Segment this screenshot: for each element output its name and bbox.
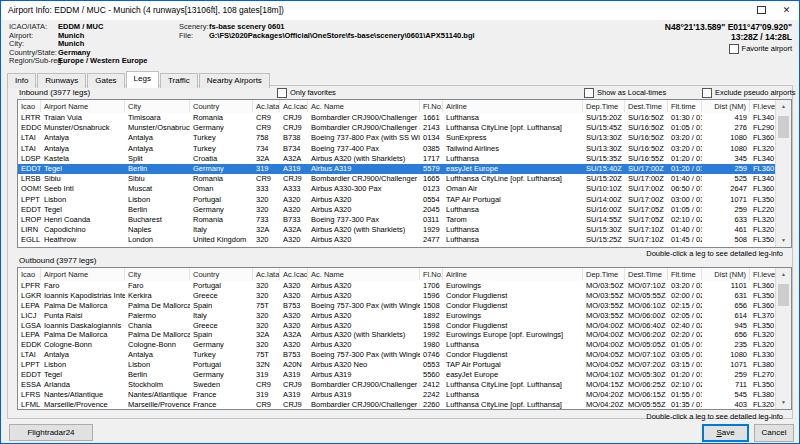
table-row[interactable]: EDDKCologne-BonnCologne-BonnGermany320A3…: [18, 340, 776, 350]
save-button[interactable]: Save: [702, 424, 749, 442]
scrollbar-thumb[interactable]: [778, 116, 789, 138]
table-row[interactable]: LICJPunta RaisiPalermoItaly320A320Airbus…: [18, 311, 776, 321]
table-row[interactable]: LTAIAntalyaAntalyaTurkey75TB753Boeing 75…: [18, 350, 776, 360]
column-header-dest-time[interactable]: Dest.Time: [625, 268, 668, 280]
column-header-fl-no-[interactable]: Fl.No.: [420, 100, 443, 112]
title-bar[interactable]: Airport Info: EDDM / MUC - Munich (4 run…: [1, 1, 799, 20]
inbound-scrollbar[interactable]: ▲ ▼: [775, 100, 791, 247]
table-row[interactable]: LRTRTraian VuiaTimisoaraRomaniaCR9CRJ9Bo…: [18, 113, 776, 123]
column-header-country[interactable]: Country: [190, 268, 253, 280]
table-row[interactable]: LDSPKastelaSplitCroatia32AA32AAirbus A32…: [18, 154, 776, 164]
cell: 1598: [420, 321, 443, 331]
outbound-hint: Double-click a leg to see detailed leg-i…: [646, 412, 783, 421]
column-header-dep-time[interactable]: Dep.Time: [583, 100, 625, 112]
table-row[interactable]: EDDGMunster/OsnabruckMunster/OsnabruckGe…: [18, 123, 776, 133]
column-header-ac-name[interactable]: Ac. Name: [308, 268, 420, 280]
column-header-ac-name[interactable]: Ac. Name: [308, 100, 420, 112]
cell: 01:20 / 01:08: [668, 164, 702, 174]
column-header-flt-time[interactable]: Flt.time: [668, 100, 702, 112]
column-header-fl-level[interactable]: Fl.level: [750, 100, 776, 112]
column-header-fl-no-[interactable]: Fl.No.: [420, 268, 443, 280]
scroll-up-icon[interactable]: ▲: [776, 268, 791, 281]
table-row[interactable]: LGSAIoannis DaskalogiannisChaniaGreece32…: [18, 321, 776, 331]
cell: Lisbon: [125, 195, 190, 205]
table-row[interactable]: EGLLHeathrowLondonUnited Kingdom320A320A…: [18, 235, 776, 245]
table-row[interactable]: LEPAPalma De MallorcaPalma De MallorcaSp…: [18, 301, 776, 311]
outbound-scrollbar[interactable]: ▲ ▼: [775, 268, 791, 409]
cell: EDDT: [18, 370, 41, 380]
table-row[interactable]: LPFRFaroFaroPortugal320A320Airbus A32017…: [18, 281, 776, 291]
close-button[interactable]: ✕: [774, 1, 799, 20]
cell: 1071: [702, 360, 750, 370]
cell: London: [125, 235, 190, 245]
table-row[interactable]: LROPHenri CoandaBucharestRomania733B733B…: [18, 215, 776, 225]
column-header-dep-time[interactable]: Dep.Time: [583, 268, 625, 280]
column-header-airline[interactable]: Airline: [443, 100, 583, 112]
cell: Bucharest: [125, 215, 190, 225]
table-row[interactable]: LPPTLisbonLisbonPortugal320A320Airbus A3…: [18, 195, 776, 205]
column-header-city[interactable]: City: [125, 268, 190, 280]
table-row[interactable]: EDDTTegelBerlinGermany319A319Airbus A319…: [18, 370, 776, 380]
column-header-dest-time[interactable]: Dest.Time: [625, 100, 668, 112]
table-row[interactable]: LFRSNantes/AtlantiqueNantes/AtlantiqueFr…: [18, 390, 776, 400]
column-header-fl-level[interactable]: Fl.level: [750, 268, 776, 280]
cancel-button[interactable]: Cancel: [754, 424, 794, 442]
column-header-airport-name[interactable]: Airport Name: [41, 100, 125, 112]
cell: 545: [702, 390, 750, 400]
column-header-ac-icao[interactable]: Ac.Icao: [280, 268, 308, 280]
table-row[interactable]: EDDTTegelBerlinGermany320A320Airbus A320…: [18, 205, 776, 215]
flightradar24-button[interactable]: Flightradar24: [9, 424, 93, 441]
tab-legs[interactable]: Legs: [126, 71, 159, 88]
table-row[interactable]: EDDTTegelBerlinGermany319A319Airbus A319…: [18, 164, 776, 174]
column-header-icao[interactable]: Icao: [18, 268, 41, 280]
table-row[interactable]: LRSBSibiuSibiuRomaniaCR9CRJ9Bombardier C…: [18, 174, 776, 184]
exclude-pseudo-checkbox[interactable]: [702, 88, 712, 98]
tab-nearby-airports[interactable]: Nearby Airports: [199, 73, 270, 88]
cell: A333: [280, 184, 308, 194]
tab-info[interactable]: Info: [7, 73, 36, 88]
local-times-checkbox[interactable]: [584, 88, 594, 98]
table-row[interactable]: LTAIAntalyaAntalyaTurkey758B738Boeing 73…: [18, 133, 776, 143]
column-header-airport-name[interactable]: Airport Name: [41, 268, 125, 280]
only-favorites-checkbox[interactable]: [277, 88, 287, 98]
cell: Airbus A320 (with Sharklets): [308, 225, 420, 235]
tab-runways[interactable]: Runways: [37, 73, 86, 88]
column-header-city[interactable]: City: [125, 100, 190, 112]
column-header-ac-icao[interactable]: Ac.Icao: [280, 100, 308, 112]
cell: 1706: [420, 281, 443, 291]
table-row[interactable]: LTAIAntalyaAntalyaTurkey734B734Boeing 73…: [18, 144, 776, 154]
tab-gates[interactable]: Gates: [87, 73, 124, 88]
column-header-ac-iata[interactable]: Ac.Iata: [253, 100, 280, 112]
table-row[interactable]: LEPAPalma De MallorcaPalma De MallorcaSp…: [18, 330, 776, 340]
column-header-dist-nm-[interactable]: Dist (NM): [702, 100, 750, 112]
cell: United Kingdom: [190, 235, 253, 245]
scroll-up-icon[interactable]: ▲: [776, 100, 791, 113]
table-row[interactable]: LFMLMarseille/ProvenceMarseille/Provence…: [18, 400, 776, 409]
column-header-airline[interactable]: Airline: [443, 268, 583, 280]
table-row[interactable]: LGKRIoannis Kapodistrias Inter...Kerkira…: [18, 291, 776, 301]
table-row[interactable]: LPPTLisbonLisbonPortugal32NA20NAirbus A3…: [18, 360, 776, 370]
cell: 03:20 / 03:20: [668, 144, 702, 154]
tab-traffic[interactable]: Traffic: [160, 73, 198, 88]
scroll-down-icon[interactable]: ▼: [776, 234, 791, 247]
cell: MO/03:55Z: [583, 301, 625, 311]
cell: LGSA: [18, 321, 41, 331]
scrollbar-thumb[interactable]: [778, 284, 789, 306]
inbound-table-header: IcaoAirport NameCityCountryAc.IataAc.Ica…: [18, 100, 776, 114]
file-label: File:: [179, 32, 209, 41]
cell: FL350: [750, 321, 776, 331]
cell: 656: [702, 330, 750, 340]
column-header-icao[interactable]: Icao: [18, 100, 41, 112]
column-header-ac-iata[interactable]: Ac.Iata: [253, 268, 280, 280]
column-header-flt-time[interactable]: Flt.time: [668, 268, 702, 280]
table-row[interactable]: ESSAArlandaStockholmSwedenCR9CRJ9Bombard…: [18, 380, 776, 390]
column-header-dist-nm-[interactable]: Dist (NM): [702, 268, 750, 280]
table-row[interactable]: LIRNCapodichinoNaplesItaly32AA32AAirbus …: [18, 225, 776, 235]
cell: 0134: [420, 133, 443, 143]
column-header-country[interactable]: Country: [190, 100, 253, 112]
scroll-down-icon[interactable]: ▼: [776, 396, 791, 409]
cell: Romania: [190, 174, 253, 184]
favorite-airport-checkbox[interactable]: [729, 44, 739, 54]
table-row[interactable]: OOMSSeeb IntlMuscatOman333A333Airbus A33…: [18, 184, 776, 194]
maximize-button[interactable]: [749, 1, 774, 20]
